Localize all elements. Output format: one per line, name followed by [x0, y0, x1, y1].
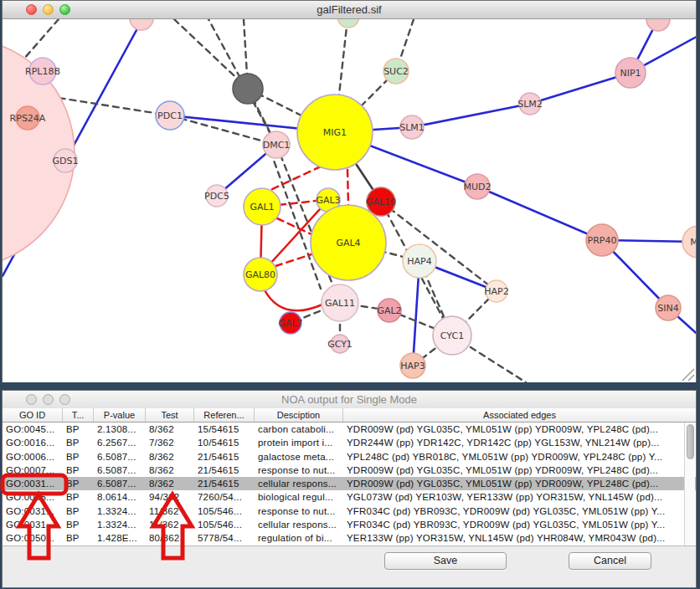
- cell-reference: 105/546...: [194, 518, 255, 531]
- edge-red-dashed[interactable]: [347, 170, 348, 205]
- node-nip1[interactable]: NIP1: [615, 58, 646, 88]
- node-gray-node[interactable]: [233, 74, 263, 104]
- node-toppink2[interactable]: [646, 19, 670, 31]
- table-row[interactable]: GO:0031...BP1.3324...11/362105/546...cel…: [3, 518, 696, 531]
- cell-reference: 7260/54...: [194, 490, 255, 504]
- cell-description: cellular respons...: [255, 477, 343, 490]
- column-header-test[interactable]: Test: [146, 408, 194, 422]
- scrollbar-thumb[interactable]: [687, 424, 694, 459]
- cell-test: 8/362: [146, 450, 194, 464]
- cancel-button[interactable]: Cancel: [569, 552, 651, 570]
- edge-pp[interactable]: [412, 104, 530, 127]
- table-row[interactable]: GO:0065...BP8.0614...94/3627260/54...bio…: [3, 490, 696, 504]
- table-row[interactable]: GO:0050...BP1.428E...80/3625778/54...reg…: [3, 531, 696, 545]
- cell-edges: YDR009W (pd) YGL035C, YML051W (pp) YDR00…: [343, 464, 696, 477]
- cell-type: BP: [63, 450, 94, 464]
- cell-description: biological regul...: [255, 490, 343, 504]
- edge-dashed[interactable]: [23, 19, 59, 59]
- table-row[interactable]: GO:0007...BP6.5087...8/36221/54615respon…: [3, 464, 696, 477]
- cell-p-value: 8.0614...: [94, 490, 146, 504]
- cell-description: response to nut...: [255, 464, 343, 477]
- node-cyc1[interactable]: CYC1: [433, 316, 471, 355]
- cell-test: 8/362: [146, 477, 194, 490]
- node-gal7[interactable]: GAL7: [278, 312, 302, 334]
- edge-red[interactable]: [264, 289, 322, 310]
- table-body: GO:0045...BP2.1308...8/36215/54615carbon…: [3, 423, 696, 545]
- cell-reference: 15/54615: [194, 423, 255, 436]
- edge-pp[interactable]: [477, 187, 602, 240]
- save-button[interactable]: Save: [384, 552, 507, 570]
- node-gal11[interactable]: GAL11: [322, 284, 358, 321]
- edge-red-dashed[interactable]: [275, 254, 311, 266]
- window-noa-output: NOA output for Single Mode GO IDT...P-va…: [2, 390, 697, 588]
- column-header-description[interactable]: Desciption: [255, 408, 343, 422]
- node-gal1[interactable]: GAL1: [244, 188, 281, 225]
- cell-test: 11/362: [146, 518, 194, 531]
- node-toppink1[interactable]: [130, 19, 153, 30]
- node-suc2[interactable]: SUC2: [383, 59, 409, 84]
- network-canvas[interactable]: RPL18BRPS24AGDS1PDC1PDC5DMC1MIG1SUC2SLM1…: [3, 19, 696, 382]
- node-gal2[interactable]: GAL2: [377, 299, 401, 322]
- node-gds1[interactable]: GDS1: [53, 149, 79, 172]
- column-header-reference[interactable]: Referen...: [194, 408, 255, 422]
- table-row[interactable]: GO:0006...BP6.5087...8/36221/54615galact…: [3, 450, 696, 464]
- node-mig1[interactable]: MIG1: [297, 95, 373, 170]
- cell-reference: 105/546...: [194, 504, 255, 518]
- cell-p-value: 1.3324...: [94, 504, 146, 518]
- window-network-view: galFiltered.sif RPL18BRPS24AGDS1PDC1PDC5…: [2, 0, 697, 382]
- cell-test: 11/362: [146, 504, 194, 518]
- cell-description: carbon cataboli...: [255, 423, 343, 436]
- cell-edges: YGL073W (pd) YER103W, YER133W (pp) YOR31…: [343, 490, 696, 504]
- node-slm2[interactable]: SLM2: [517, 93, 543, 115]
- network-window-titlebar[interactable]: galFiltered.sif: [3, 1, 696, 19]
- node-mud2[interactable]: MUD2: [463, 174, 491, 199]
- node-hap3[interactable]: HAP3: [400, 353, 425, 378]
- node-hap4[interactable]: HAP4: [403, 244, 436, 278]
- table-header-row: GO IDT...P-valueTestReferen...Desciption…: [3, 408, 696, 423]
- cell-go-id: GO:0031...: [3, 504, 63, 518]
- network-window-title: galFiltered.sif: [3, 1, 696, 18]
- table-row[interactable]: GO:0031...BP1.3324...11/362105/546...res…: [3, 504, 696, 518]
- column-header-edges[interactable]: Associated edges: [343, 408, 696, 422]
- cell-type: BP: [63, 436, 94, 449]
- column-header-go-id[interactable]: GO ID: [3, 408, 63, 422]
- edge-red-dashed[interactable]: [269, 166, 321, 191]
- node-dmc1[interactable]: DMC1: [263, 131, 291, 158]
- resize-grip-icon[interactable]: [682, 369, 694, 381]
- node-slm1[interactable]: SLM1: [399, 115, 425, 139]
- edge-red-dashed[interactable]: [279, 201, 317, 205]
- node-gal80[interactable]: GAL80: [244, 258, 277, 291]
- edge-dashed[interactable]: [381, 202, 497, 291]
- cell-type: BP: [63, 518, 94, 531]
- cell-go-id: GO:0031...: [3, 518, 63, 531]
- table-row[interactable]: GO:0031...BP6.5087...8/36221/54615cellul…: [3, 477, 696, 490]
- cell-go-id: GO:0007...: [3, 464, 63, 477]
- cell-type: BP: [63, 423, 94, 436]
- cell-go-id: GO:0016...: [3, 436, 63, 449]
- table-scrollbar[interactable]: [684, 423, 695, 545]
- cell-go-id: GO:0050...: [3, 531, 63, 545]
- cell-p-value: 1.3324...: [94, 518, 146, 531]
- cell-type: BP: [63, 531, 94, 545]
- column-header-p-value[interactable]: P-value: [94, 408, 146, 422]
- table-row[interactable]: GO:0045...BP2.1308...8/36215/54615carbon…: [3, 423, 696, 436]
- cell-type: BP: [63, 464, 94, 477]
- cell-reference: 10/54615: [194, 436, 255, 449]
- node-topgreen[interactable]: [337, 19, 359, 28]
- table-row[interactable]: GO:0016...BP6.2567...7/36210/54615protei…: [3, 436, 696, 449]
- node-msi[interactable]: MSI: [682, 226, 696, 258]
- cell-p-value: 1.428E...: [94, 531, 146, 545]
- node-hap2[interactable]: HAP2: [484, 280, 508, 302]
- node-gal4[interactable]: GAL4: [311, 205, 386, 280]
- cell-edges: YDR009W (pd) YGL035C, YML051W (pp) YDR00…: [343, 477, 696, 490]
- edge-dashed[interactable]: [270, 151, 321, 289]
- noa-window-titlebar[interactable]: NOA output for Single Mode: [3, 391, 696, 409]
- node-pdc1[interactable]: PDC1: [156, 101, 184, 130]
- cell-description: galactose meta...: [255, 450, 343, 464]
- node-sin4[interactable]: SIN4: [656, 295, 681, 320]
- node-gcy1[interactable]: GCY1: [327, 335, 353, 353]
- edge-pp[interactable]: [530, 73, 631, 104]
- node-prp40[interactable]: PRP40: [586, 224, 618, 256]
- cell-type: BP: [63, 504, 94, 518]
- column-header-type[interactable]: T...: [63, 408, 94, 422]
